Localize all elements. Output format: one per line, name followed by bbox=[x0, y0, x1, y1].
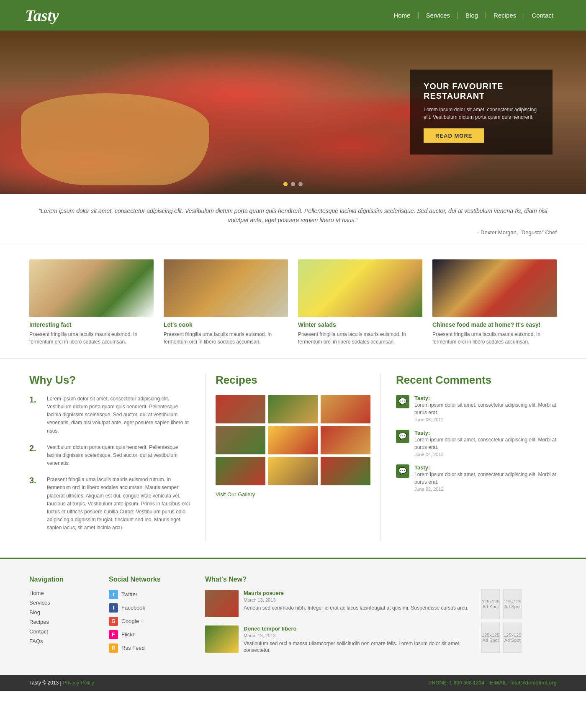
social-flickr[interactable]: F Flickr bbox=[109, 630, 193, 639]
rss-icon: R bbox=[109, 643, 118, 653]
hero-overlay: YOUR FAVOURITE RESTAURANT Lorem ipsum do… bbox=[410, 70, 553, 155]
recipe-thumb-7[interactable] bbox=[216, 457, 265, 485]
footer-nav-title: Navigation bbox=[29, 576, 96, 583]
recipe-thumb-8[interactable] bbox=[268, 457, 318, 485]
why-item-2: 2. Vestibulum dictum porta quam quis hen… bbox=[29, 443, 190, 468]
copyright: Tasty © 2013 | Privacy Policy bbox=[29, 680, 94, 686]
comment-content-3: Tasty: Lorem ipsum dolor sit amet, conse… bbox=[414, 464, 557, 492]
why-num-1: 1. bbox=[29, 395, 42, 435]
recipe-thumb-2[interactable] bbox=[268, 395, 318, 423]
news-title-2[interactable]: Donec tempor libero bbox=[244, 625, 469, 632]
news-date-2: March 13, 2013 bbox=[244, 633, 469, 638]
whats-new-title: What's New? bbox=[205, 576, 469, 583]
news-desc-1: Aenean sed commodo nibh. Integer id erat… bbox=[244, 605, 468, 612]
featured-item-3: Winter salads Praesent fringilla urna ia… bbox=[298, 259, 422, 346]
comment-content-1: Tasty: Lorem ipsum dolor sit amet, conse… bbox=[414, 395, 557, 422]
footer-bottom: Tasty © 2013 | Privacy Policy PHONE: 1 8… bbox=[0, 675, 586, 691]
nav-contact[interactable]: Contact bbox=[524, 12, 561, 19]
featured-title-4: Chinese food made at home? It's easy! bbox=[432, 321, 557, 328]
comment-text-2: Lorem ipsum dolor sit amet, consectetur … bbox=[414, 436, 557, 451]
flickr-icon: F bbox=[109, 630, 118, 639]
featured-desc-4: Praesent fringilla urna iaculis mauris e… bbox=[432, 331, 557, 346]
featured-item-4: Chinese food made at home? It's easy! Pr… bbox=[432, 259, 557, 346]
ad-label-3: Ad Spot bbox=[483, 638, 499, 643]
footer-nav-home[interactable]: Home bbox=[29, 590, 96, 596]
visit-gallery-link[interactable]: Visit Our Gallery bbox=[216, 491, 255, 497]
why-text-1: Lorem ipsum dolor sit amet, consectetur … bbox=[47, 395, 190, 435]
google-label: Google + bbox=[121, 618, 144, 624]
ad-spot-4[interactable]: 125x125 Ad Spot bbox=[503, 623, 522, 653]
site-footer: Navigation Home Services Blog Recipes Co… bbox=[0, 558, 586, 675]
footer-navigation: Navigation Home Services Blog Recipes Co… bbox=[29, 576, 96, 663]
social-twitter[interactable]: t Twitter bbox=[109, 590, 193, 599]
privacy-policy-link[interactable]: Privacy Policy bbox=[63, 680, 94, 686]
recipe-thumb-6[interactable] bbox=[321, 426, 370, 454]
footer-ads: 125x125 Ad Spot 125x125 Ad Spot 125x125 … bbox=[481, 576, 557, 663]
footer-nav-recipes[interactable]: Recipes bbox=[29, 619, 96, 625]
pizza-decoration bbox=[21, 93, 209, 185]
footer-nav-services[interactable]: Services bbox=[29, 600, 96, 606]
news-date-1: March 13, 2013 bbox=[244, 597, 468, 602]
read-more-button[interactable]: READ MORE bbox=[424, 128, 484, 143]
why-us-title: Why Us? bbox=[29, 374, 190, 387]
featured-desc-3: Praesent fringilla urna iaculis mauris e… bbox=[298, 331, 422, 346]
comment-icon-2: 💬 bbox=[396, 430, 409, 443]
news-desc-2: Vestibulum sed orci a massa ullamcorper … bbox=[244, 640, 469, 654]
featured-item-2: Let's cook Praesent fringilla urna iacul… bbox=[164, 259, 288, 346]
hero-section: YOUR FAVOURITE RESTAURANT Lorem ipsum do… bbox=[0, 31, 586, 194]
news-title-1[interactable]: Mauris posuere bbox=[244, 590, 468, 596]
nav-home[interactable]: Home bbox=[386, 12, 419, 19]
hero-title: YOUR FAVOURITE RESTAURANT bbox=[424, 82, 539, 101]
ad-label-1: Ad Spot bbox=[483, 604, 499, 609]
footer-nav-faqs[interactable]: FAQs bbox=[29, 638, 96, 644]
recipe-thumb-3[interactable] bbox=[321, 395, 370, 423]
recipe-thumb-4[interactable] bbox=[216, 426, 265, 454]
comment-item-3: 💬 Tasty: Lorem ipsum dolor sit amet, con… bbox=[396, 464, 557, 492]
hero-dots bbox=[283, 182, 303, 186]
rss-label: Rss Feed bbox=[121, 645, 145, 651]
ad-spot-1[interactable]: 125x125 Ad Spot bbox=[481, 589, 500, 619]
ad-label-4: Ad Spot bbox=[504, 638, 521, 643]
quote-section: "Lorem ipsum dolor sit amet, consectetur… bbox=[0, 194, 586, 244]
footer-nav-contact[interactable]: Contact bbox=[29, 628, 96, 635]
comment-author-2: Tasty: bbox=[414, 430, 557, 436]
recipe-thumb-5[interactable] bbox=[268, 426, 318, 454]
featured-section: Interesting fact Praesent fringilla urna… bbox=[0, 244, 586, 359]
google-icon: G bbox=[109, 617, 118, 626]
featured-desc-2: Praesent fringilla urna iaculis mauris e… bbox=[164, 331, 288, 346]
featured-title-1: Interesting fact bbox=[29, 321, 154, 328]
email-label: E-MAIL: mail@demolink.org bbox=[490, 680, 557, 686]
comment-item-1: 💬 Tasty: Lorem ipsum dolor sit amet, con… bbox=[396, 395, 557, 422]
ad-label-2: Ad Spot bbox=[504, 604, 521, 609]
social-google[interactable]: G Google + bbox=[109, 617, 193, 626]
news-content-2: Donec tempor libero March 13, 2013 Vesti… bbox=[244, 625, 469, 654]
hero-dot-3[interactable] bbox=[298, 182, 303, 186]
ads-row-1: 125x125 Ad Spot 125x125 Ad Spot bbox=[481, 589, 557, 619]
recipe-thumb-9[interactable] bbox=[321, 457, 370, 485]
social-facebook[interactable]: f Facebook bbox=[109, 603, 193, 613]
comment-author-3: Tasty: bbox=[414, 464, 557, 471]
nav-services[interactable]: Services bbox=[419, 12, 458, 19]
hero-dot-1[interactable] bbox=[283, 182, 288, 186]
why-item-1: 1. Lorem ipsum dolor sit amet, consectet… bbox=[29, 395, 190, 435]
comment-date-3: June 02, 2012 bbox=[414, 487, 557, 492]
hero-description: Lorem ipsum dolor sit amet, consectetur … bbox=[424, 106, 539, 121]
site-header: Tasty Home Services Blog Recipes Contact bbox=[0, 0, 586, 31]
comment-text-1: Lorem ipsum dolor sit amet, consectetur … bbox=[414, 401, 557, 416]
footer-nav-blog[interactable]: Blog bbox=[29, 609, 96, 615]
news-content-1: Mauris posuere March 13, 2013 Aenean sed… bbox=[244, 590, 468, 617]
why-num-3: 3. bbox=[29, 476, 42, 532]
nav-blog[interactable]: Blog bbox=[458, 12, 486, 19]
main-nav: Home Services Blog Recipes Contact bbox=[386, 12, 561, 19]
social-rss[interactable]: R Rss Feed bbox=[109, 643, 193, 653]
footer-social-title: Social Networks bbox=[109, 576, 193, 583]
footer-social: Social Networks t Twitter f Facebook G G… bbox=[109, 576, 193, 663]
ad-spot-3[interactable]: 125x125 Ad Spot bbox=[481, 623, 500, 653]
ad-spot-2[interactable]: 125x125 Ad Spot bbox=[503, 589, 522, 619]
food-image-2 bbox=[164, 259, 288, 317]
main-content: Why Us? 1. Lorem ipsum dolor sit amet, c… bbox=[0, 359, 586, 558]
hero-dot-2[interactable] bbox=[291, 182, 295, 186]
recipe-thumb-1[interactable] bbox=[216, 395, 265, 423]
why-us-section: Why Us? 1. Lorem ipsum dolor sit amet, c… bbox=[29, 374, 205, 541]
nav-recipes[interactable]: Recipes bbox=[486, 12, 524, 19]
